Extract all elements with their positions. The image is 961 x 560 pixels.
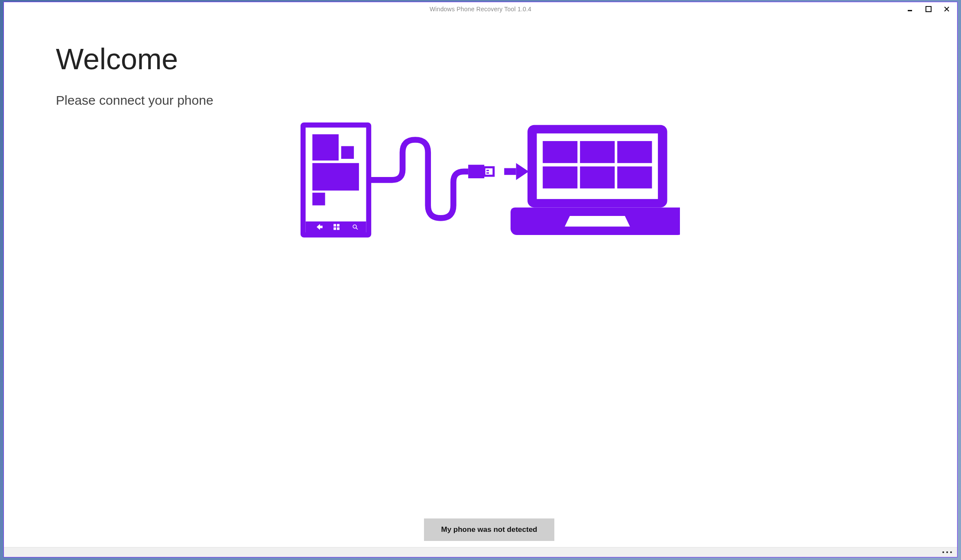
svg-rect-23 [580, 141, 615, 163]
arrow-right-icon [504, 163, 529, 180]
svg-rect-10 [333, 227, 336, 230]
close-button[interactable] [942, 5, 951, 13]
phone-icon [303, 125, 369, 235]
svg-rect-6 [312, 193, 325, 205]
svg-rect-26 [580, 167, 615, 189]
svg-rect-18 [504, 168, 516, 175]
maximize-icon [925, 6, 932, 12]
svg-rect-1 [926, 6, 931, 12]
svg-rect-17 [486, 172, 489, 174]
svg-rect-24 [617, 141, 652, 163]
svg-rect-4 [341, 146, 353, 159]
button-row: My phone was not detected [56, 515, 922, 543]
app-window: Windows Phone Recovery Tool 1.0.4 Welcom… [3, 2, 958, 557]
usb-connector-icon [468, 165, 494, 178]
minimize-button[interactable] [906, 5, 915, 13]
svg-rect-8 [333, 224, 336, 227]
page-title: Welcome [56, 42, 922, 76]
statusbar [4, 547, 957, 557]
page-subtitle: Please connect your phone [56, 93, 922, 108]
titlebar: Windows Phone Recovery Tool 1.0.4 [4, 2, 957, 16]
svg-rect-25 [543, 167, 577, 189]
svg-rect-15 [484, 167, 494, 176]
svg-rect-14 [468, 165, 484, 178]
not-detected-button[interactable]: My phone was not detected [424, 518, 555, 541]
illustration-wrap [56, 112, 922, 515]
svg-rect-11 [337, 227, 340, 230]
more-button[interactable] [942, 551, 952, 553]
svg-marker-19 [516, 163, 528, 180]
svg-marker-28 [565, 216, 630, 226]
svg-rect-9 [337, 224, 340, 227]
window-title: Windows Phone Recovery Tool 1.0.4 [430, 6, 531, 13]
cable-icon [369, 140, 468, 218]
svg-rect-7 [305, 222, 366, 232]
window-controls [906, 2, 955, 16]
svg-rect-22 [543, 141, 577, 163]
svg-rect-27 [617, 167, 652, 189]
svg-rect-3 [312, 134, 339, 161]
svg-rect-16 [486, 170, 489, 171]
maximize-button[interactable] [924, 5, 933, 13]
content-area: Welcome Please connect your phone [4, 16, 957, 547]
close-icon [944, 6, 950, 12]
laptop-icon [510, 125, 679, 235]
svg-rect-0 [908, 10, 912, 11]
connect-phone-illustration [299, 121, 680, 239]
svg-rect-5 [312, 163, 359, 191]
minimize-icon [907, 6, 913, 12]
